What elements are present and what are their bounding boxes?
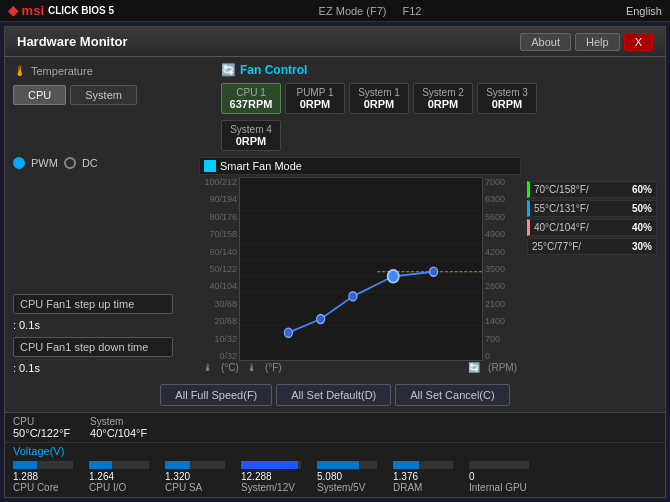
app-name: CLICK BIOS 5 bbox=[48, 5, 114, 16]
chart-svg bbox=[240, 178, 482, 360]
voltage-cpu-io: 1.264 CPU I/O bbox=[89, 461, 149, 493]
svg-point-11 bbox=[284, 328, 292, 337]
fan-tile-sys3-val: 0RPM bbox=[484, 98, 530, 110]
axis-celsius-label: (°C) bbox=[221, 362, 239, 373]
step-down-label: CPU Fan1 step down time bbox=[20, 341, 148, 353]
fan-control-section: 🔄 Fan Control CPU 1 637RPM PUMP 1 0RPM S… bbox=[221, 63, 657, 151]
step-down-box[interactable]: CPU Fan1 step down time bbox=[13, 337, 173, 357]
cpu-tab[interactable]: CPU bbox=[13, 85, 66, 105]
all-full-speed-button[interactable]: All Full Speed(F) bbox=[160, 384, 272, 406]
temperature-section: 🌡 Temperature CPU System bbox=[13, 63, 213, 113]
about-button[interactable]: About bbox=[520, 33, 571, 51]
voltage-section-label: Voltage(V) bbox=[13, 445, 657, 457]
temperature-text: Temperature bbox=[31, 65, 93, 77]
voltage-bar-cpu-io-container bbox=[89, 461, 149, 469]
voltage-sys-5v: 5.080 System/5V bbox=[317, 461, 377, 493]
step-up-val: : 0.1s bbox=[13, 319, 193, 331]
cpu-status-temp: 50°C/122°F bbox=[13, 427, 70, 439]
fan-tiles-row2: System 4 0RPM bbox=[221, 120, 657, 151]
voltage-section: Voltage(V) 1.288 CPU Core 1.264 CPU I/O bbox=[5, 442, 665, 497]
hardware-monitor-window: Hardware Monitor About Help X 🌡 Temperat… bbox=[4, 26, 666, 498]
legend-temp-2: 40°C/104°F/ bbox=[534, 222, 589, 233]
svg-point-15 bbox=[430, 267, 438, 276]
fan-tile-sys2-val: 0RPM bbox=[420, 98, 466, 110]
top-bar-right: English bbox=[626, 5, 662, 17]
legend-temp-3: 25°C/77°F/ bbox=[532, 241, 581, 252]
axis-rpm-label: (RPM) bbox=[488, 362, 517, 373]
fan-tile-pump1[interactable]: PUMP 1 0RPM bbox=[285, 83, 345, 114]
voltage-bar-cpu-core bbox=[13, 461, 37, 469]
cpu-status: CPU 50°C/122°F bbox=[13, 416, 70, 439]
voltage-val-cpu-core: 1.288 bbox=[13, 471, 38, 482]
voltage-name-dram: DRAM bbox=[393, 482, 422, 493]
system-tab[interactable]: System bbox=[70, 85, 137, 105]
main-chart-row: PWM DC CPU Fan1 step up time : 0.1s CPU … bbox=[13, 157, 657, 374]
fan-tile-sys3[interactable]: System 3 0RPM bbox=[477, 83, 537, 114]
fan-tiles: CPU 1 637RPM PUMP 1 0RPM System 1 0RPM S… bbox=[221, 83, 657, 114]
voltage-bar-cpu-sa-container bbox=[165, 461, 225, 469]
step-up-label: CPU Fan1 step up time bbox=[20, 298, 134, 310]
step-down-val: : 0.1s bbox=[13, 362, 193, 374]
fan-tile-sys2[interactable]: System 2 0RPM bbox=[413, 83, 473, 114]
smart-fan-checkbox[interactable] bbox=[204, 160, 216, 172]
temp-tab-buttons: CPU System bbox=[13, 85, 213, 105]
fan-tile-sys4-val: 0RPM bbox=[228, 135, 274, 147]
fan-tile-cpu1[interactable]: CPU 1 637RPM bbox=[221, 83, 281, 114]
thermometer-f-icon: 🌡 bbox=[247, 362, 257, 373]
fan-tile-sys3-name: System 3 bbox=[484, 87, 530, 98]
dc-label: DC bbox=[82, 157, 98, 169]
fan-rpm-icon: 🔄 bbox=[468, 362, 480, 373]
left-panel: PWM DC CPU Fan1 step up time : 0.1s CPU … bbox=[13, 157, 193, 374]
fan-tile-sys1-val: 0RPM bbox=[356, 98, 402, 110]
fan-tile-sys1-name: System 1 bbox=[356, 87, 402, 98]
fan-tile-sys4-name: System 4 bbox=[228, 124, 274, 135]
system-status-label: System bbox=[90, 416, 147, 427]
system-status-temp: 40°C/104°F bbox=[90, 427, 147, 439]
voltage-igpu: 0 Internal GPU bbox=[469, 461, 529, 493]
step-up-box[interactable]: CPU Fan1 step up time bbox=[13, 294, 173, 314]
pwm-radio[interactable] bbox=[13, 157, 25, 169]
legend-temp-1: 55°C/131°F/ bbox=[534, 203, 589, 214]
svg-point-12 bbox=[317, 315, 325, 324]
fan-tile-sys4[interactable]: System 4 0RPM bbox=[221, 120, 281, 151]
voltage-bar-sys-5v bbox=[317, 461, 359, 469]
top-bar-center: EZ Mode (F7) F12 bbox=[319, 5, 422, 17]
voltage-val-dram: 1.376 bbox=[393, 471, 418, 482]
all-set-default-button[interactable]: All Set Default(D) bbox=[276, 384, 391, 406]
close-button[interactable]: X bbox=[624, 33, 653, 51]
fan-tile-pump1-name: PUMP 1 bbox=[292, 87, 338, 98]
status-bar: CPU 50°C/122°F System 40°C/104°F bbox=[5, 412, 665, 442]
y-axis-left: 100/212 90/194 80/176 70/158 60/140 50/1… bbox=[199, 177, 239, 361]
fan-chart[interactable] bbox=[239, 177, 483, 361]
fan-tile-sys1[interactable]: System 1 0RPM bbox=[349, 83, 409, 114]
voltage-name-cpu-sa: CPU SA bbox=[165, 482, 202, 493]
system-status: System 40°C/104°F bbox=[90, 416, 147, 439]
help-button[interactable]: Help bbox=[575, 33, 620, 51]
voltage-sys-12v: 12.288 System/12V bbox=[241, 461, 301, 493]
voltage-bar-igpu-container bbox=[469, 461, 529, 469]
legend-pct-3: 30% bbox=[632, 241, 652, 252]
dc-radio[interactable] bbox=[64, 157, 76, 169]
voltage-bar-cpu-io bbox=[89, 461, 112, 469]
legend-row-0[interactable]: 70°C/158°F/ 60% bbox=[527, 181, 657, 198]
ez-mode-label[interactable]: EZ Mode (F7) bbox=[319, 5, 387, 17]
language-selector[interactable]: English bbox=[626, 5, 662, 17]
right-legend: 70°C/158°F/ 60% 55°C/131°F/ 50% 40°C/104… bbox=[527, 157, 657, 374]
voltage-bar-cpu-core-container bbox=[13, 461, 73, 469]
voltage-val-sys-5v: 5.080 bbox=[317, 471, 342, 482]
voltage-bar-cpu-sa bbox=[165, 461, 190, 469]
fan-tile-pump1-val: 0RPM bbox=[292, 98, 338, 110]
fan-control-label: Fan Control bbox=[240, 63, 307, 77]
voltage-name-cpu-io: CPU I/O bbox=[89, 482, 126, 493]
voltage-name-igpu: Internal GPU bbox=[469, 482, 527, 493]
voltage-bar-sys-5v-container bbox=[317, 461, 377, 469]
legend-row-3[interactable]: 25°C/77°F/ 30% bbox=[527, 238, 657, 255]
voltage-name-sys-12v: System/12V bbox=[241, 482, 295, 493]
chart-area: Smart Fan Mode 100/212 90/194 80/176 70/… bbox=[199, 157, 521, 374]
f12-label[interactable]: F12 bbox=[402, 5, 421, 17]
voltage-dram: 1.376 DRAM bbox=[393, 461, 453, 493]
all-set-cancel-button[interactable]: All Set Cancel(C) bbox=[395, 384, 509, 406]
legend-row-1[interactable]: 55°C/131°F/ 50% bbox=[527, 200, 657, 217]
legend-row-2[interactable]: 40°C/104°F/ 40% bbox=[527, 219, 657, 236]
smart-fan-label: Smart Fan Mode bbox=[220, 160, 302, 172]
